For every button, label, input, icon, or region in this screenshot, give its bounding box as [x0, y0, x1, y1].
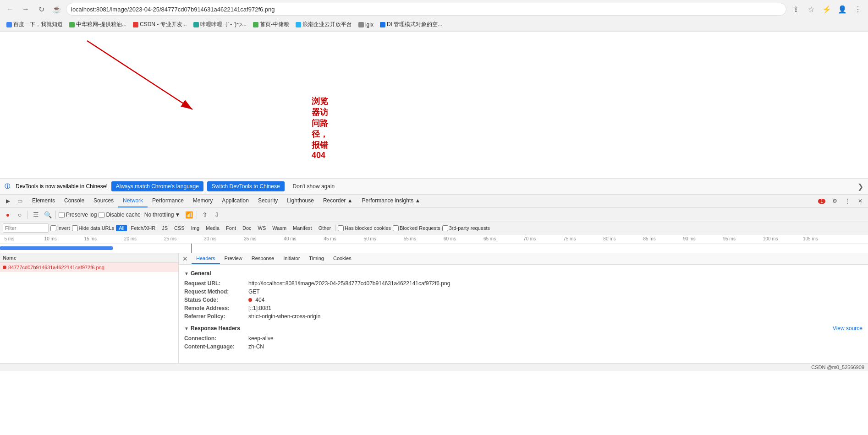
view-source-link[interactable]: View source: [833, 325, 863, 332]
filter-input[interactable]: [3, 223, 49, 233]
filter-type-wasm[interactable]: Wasm: [269, 225, 289, 231]
forward-button[interactable]: →: [19, 3, 32, 16]
detail-tabs: ✕ HeadersPreviewResponseInitiatorTimingC…: [179, 253, 868, 265]
download-icon[interactable]: ⇩: [212, 210, 222, 220]
timeline-tick: 25 ms: [164, 236, 176, 241]
inspect-element-icon[interactable]: ▶: [2, 195, 14, 207]
filter-type-media[interactable]: Media: [203, 225, 222, 231]
detail-close-button[interactable]: ✕: [181, 254, 190, 263]
filter-type-doc[interactable]: Doc: [240, 225, 254, 231]
devtools-tab-lighthouse[interactable]: Lighthouse: [282, 195, 319, 207]
devtools-tab-sources[interactable]: Sources: [89, 195, 118, 207]
bookmark-item[interactable]: 首页-中储粮: [250, 20, 292, 29]
filter-type-js[interactable]: JS: [159, 225, 170, 231]
detail-tab-preview[interactable]: Preview: [220, 253, 247, 264]
bookmark-item[interactable]: DI 管理模式对象的空...: [377, 20, 445, 29]
detail-tab-headers[interactable]: Headers: [192, 253, 220, 264]
blocked-requests-checkbox[interactable]: Blocked Requests: [393, 225, 440, 231]
filter-icon[interactable]: ☰: [31, 210, 41, 220]
device-toggle-icon[interactable]: ▭: [14, 195, 26, 207]
bookmark-item[interactable]: CSDN - 专业开发...: [130, 20, 190, 29]
svg-line-1: [87, 41, 192, 109]
devtools-tab-application[interactable]: Application: [217, 195, 253, 207]
detail-tab-cookies[interactable]: Cookies: [329, 253, 356, 264]
devtools-tabs: ▶ ▭ ElementsConsoleSourcesNetworkPerform…: [0, 195, 868, 208]
bookmark-item[interactable]: 百度一下，我就知道: [4, 20, 66, 29]
has-blocked-cookies-checkbox[interactable]: Has blocked cookies: [338, 225, 391, 231]
devtools-tab-performance-insights-▲[interactable]: Performance insights ▲: [357, 195, 425, 207]
general-section-header: General: [184, 270, 863, 277]
timeline-tick: 40 ms: [284, 236, 296, 241]
detail-tab-initiator[interactable]: Initiator: [279, 253, 304, 264]
bookmark-item[interactable]: 中华粮网-提供粮油...: [66, 20, 129, 29]
devtools-tab-console[interactable]: Console: [60, 195, 89, 207]
filter-type-manifest[interactable]: Manifest: [290, 225, 315, 231]
wifi-icon[interactable]: 📶: [184, 210, 194, 220]
detail-tab-response[interactable]: Response: [247, 253, 279, 264]
bookmark-icon: [358, 22, 364, 27]
dont-show-button[interactable]: Don't show again: [288, 181, 340, 191]
filter-type-ws[interactable]: WS: [255, 225, 269, 231]
upload-icon[interactable]: ⇧: [200, 210, 210, 220]
close-devtools-icon[interactable]: ✕: [854, 195, 866, 207]
devtools-banner: ⓘ DevTools is now available in Chinese! …: [0, 178, 868, 195]
timeline-red-line: [191, 244, 192, 253]
bookmark-label: igix: [365, 22, 374, 28]
filter-type-other[interactable]: Other: [316, 225, 334, 231]
bookmark-label: 中华粮网-提供粮油...: [76, 21, 126, 28]
preserve-log-checkbox[interactable]: Preserve log: [59, 212, 97, 218]
filter-type-font[interactable]: Font: [223, 225, 239, 231]
devtools-tab-recorder-▲[interactable]: Recorder ▲: [319, 195, 357, 207]
hide-data-urls-checkbox[interactable]: Hide data URLs: [72, 225, 115, 231]
devtools-tab-memory[interactable]: Memory: [188, 195, 217, 207]
switch-to-chinese-button[interactable]: Switch DevTools to Chinese: [207, 181, 285, 191]
bookmark-icon: [69, 22, 75, 27]
third-party-requests-checkbox[interactable]: 3rd-party requests: [442, 225, 490, 231]
throttle-select[interactable]: No throttling ▼: [143, 211, 182, 219]
devtools-tab-network[interactable]: Network: [118, 195, 148, 207]
share-button[interactable]: ⇪: [789, 3, 802, 16]
request-panel: Name 84777cd07b914631a4622141caf972f6.pn…: [0, 253, 868, 363]
request-item[interactable]: 84777cd07b914631a4622141caf972f6.png: [0, 263, 178, 272]
banner-close-button[interactable]: ❯: [857, 182, 863, 191]
bookmark-icon: [296, 22, 301, 27]
extensions-button[interactable]: ⚡: [820, 3, 833, 16]
record-button[interactable]: ●: [3, 210, 13, 220]
timeline-tick: 95 ms: [723, 236, 736, 241]
filter-type-fetch/xhr[interactable]: Fetch/XHR: [128, 225, 158, 231]
devtools-tab-security[interactable]: Security: [253, 195, 282, 207]
match-language-button[interactable]: Always match Chrome's language: [111, 181, 203, 191]
timeline-tick: 80 ms: [603, 236, 615, 241]
profile-button[interactable]: 👤: [836, 3, 849, 16]
settings-icon[interactable]: ⚙: [829, 195, 841, 207]
reload-button[interactable]: ↻: [35, 3, 48, 16]
bookmark-item[interactable]: igix: [356, 21, 376, 29]
timeline-tick: 10 ms: [44, 236, 57, 241]
bookmark-item[interactable]: 咔哩咔哩（' - ')つ...: [191, 20, 249, 29]
filter-type-all[interactable]: All: [116, 225, 127, 231]
bookmark-item[interactable]: 浪潮企业云开放平台: [293, 20, 355, 29]
bookmark-button[interactable]: ☆: [805, 3, 818, 16]
network-toolbar: ● ○ ☰ 🔍 Preserve log Disable cache No th…: [0, 208, 868, 222]
back-button[interactable]: ←: [4, 3, 16, 16]
disable-cache-checkbox[interactable]: Disable cache: [99, 212, 140, 218]
tab-right-icons: 1 ⚙ ⋮ ✕: [816, 195, 866, 207]
menu-button[interactable]: ⋮: [852, 3, 864, 16]
home-button[interactable]: ☕: [50, 3, 63, 16]
timeline-tick: 35 ms: [244, 236, 256, 241]
clear-button[interactable]: ○: [15, 210, 25, 220]
filter-type-img[interactable]: Img: [188, 225, 202, 231]
status-text: CSDN @m0_52566909: [811, 364, 864, 370]
detail-tab-timing[interactable]: Timing: [304, 253, 329, 264]
more-options-icon[interactable]: ⋮: [841, 195, 853, 207]
timeline-tick: 45 ms: [324, 236, 336, 241]
invert-checkbox[interactable]: Invert: [50, 225, 70, 231]
devtools-tab-elements[interactable]: Elements: [27, 195, 60, 207]
response-headers-section: Response Headers View source Connection:…: [184, 325, 863, 351]
timeline-tick: 100 ms: [763, 236, 778, 241]
filter-type-css[interactable]: CSS: [171, 225, 187, 231]
devtools-tab-performance[interactable]: Performance: [148, 195, 188, 207]
main-content: 浏览器访问路径，报错404: [0, 32, 868, 178]
search-icon[interactable]: 🔍: [43, 210, 53, 220]
address-bar[interactable]: localhost:8081/image/2023-04-25/84777cd0…: [66, 3, 786, 16]
